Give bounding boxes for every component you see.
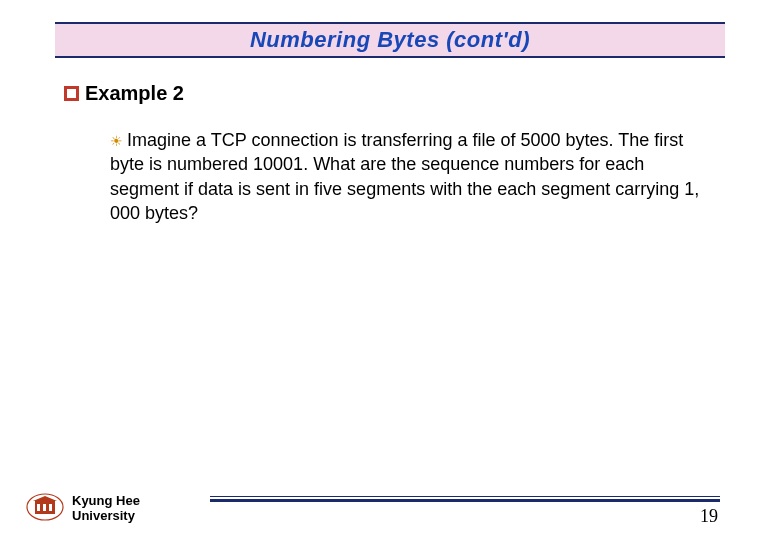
body-block: ☀Imagine a TCP connection is transferrin… xyxy=(110,128,710,225)
square-bullet-icon xyxy=(64,86,79,101)
footer: Kyung Hee University 19 xyxy=(0,480,780,530)
organization-name: Kyung Hee University xyxy=(72,494,140,524)
svg-marker-5 xyxy=(33,496,57,501)
body-paragraph: ☀Imagine a TCP connection is transferrin… xyxy=(110,128,710,225)
slide-title: Numbering Bytes (cont'd) xyxy=(250,27,530,53)
svg-rect-3 xyxy=(43,504,46,511)
org-line1: Kyung Hee xyxy=(72,494,140,509)
sun-bullet-icon: ☀ xyxy=(110,132,123,151)
section-heading: Example 2 xyxy=(85,82,184,105)
svg-rect-4 xyxy=(49,504,52,511)
svg-rect-2 xyxy=(37,504,40,511)
university-logo-icon xyxy=(25,492,65,522)
footer-divider xyxy=(210,496,720,502)
page-number: 19 xyxy=(700,506,718,527)
org-line2: University xyxy=(72,509,140,524)
body-text: Imagine a TCP connection is transferring… xyxy=(110,130,699,223)
title-band: Numbering Bytes (cont'd) xyxy=(55,22,725,58)
heading-row: Example 2 xyxy=(64,82,184,105)
